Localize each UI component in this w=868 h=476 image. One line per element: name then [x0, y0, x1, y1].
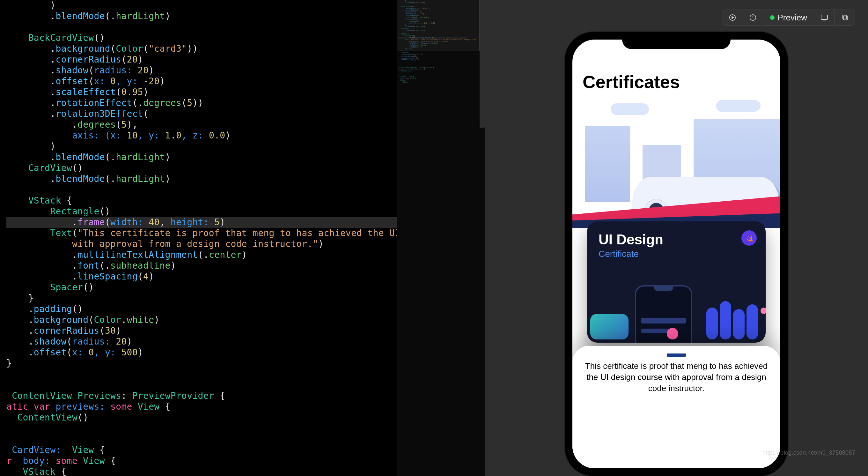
editor-pane: ) .blendMode(.hardLight) BackCardView() … — [0, 0, 485, 476]
minimap[interactable]: ) .blendMode(.hardLight) BackCardView() … — [397, 0, 479, 476]
method-frame: frame — [409, 37, 414, 39]
swift-icon — [741, 230, 757, 246]
type-CardView: CardView — [401, 28, 408, 30]
method-blendMode: blendMode — [56, 11, 104, 21]
watermark: https://blog.csdn.net/m0_37508087 — [763, 449, 855, 456]
preview-status[interactable]: Preview — [763, 10, 814, 25]
xcode-window: ) .blendMode(.hardLight) BackCardView() … — [0, 0, 868, 476]
method-frame: frame — [78, 217, 105, 228]
type-CardView: CardView — [28, 163, 72, 173]
code-editor[interactable]: ) .blendMode(.hardLight) BackCardView() … — [0, 0, 397, 476]
svg-rect-5 — [843, 16, 847, 20]
sheet-text: This certificate is proof that meng to h… — [581, 360, 771, 394]
play-button[interactable] — [722, 10, 743, 25]
preview-label: Preview — [778, 13, 807, 23]
svg-rect-3 — [821, 15, 828, 20]
phone-screen[interactable]: Certificates UI Design Certificate — [572, 39, 780, 468]
scrollbar-thumb[interactable] — [479, 0, 485, 128]
duplicate-button[interactable] — [835, 10, 855, 25]
card-title: UI Design — [598, 232, 754, 247]
device-button[interactable] — [814, 10, 835, 25]
card-decoration — [587, 285, 766, 343]
status-dot-icon — [770, 15, 775, 20]
sheet-grabber[interactable] — [667, 354, 686, 357]
certificate-card[interactable]: UI Design Certificate — [587, 221, 766, 343]
power-button[interactable] — [743, 10, 763, 25]
vertical-scrollbar[interactable] — [479, 0, 485, 476]
type-BackCardView: BackCardView — [28, 33, 94, 43]
screen-title: Certificates — [583, 71, 680, 92]
background-illustration — [572, 94, 780, 228]
preview-toolbar: Preview — [722, 9, 855, 26]
bottom-sheet[interactable]: This certificate is proof that meng to h… — [572, 346, 780, 468]
type-BackCardView: BackCardView — [401, 5, 412, 7]
type-VStack: VStack — [28, 195, 61, 206]
notch — [622, 32, 731, 49]
card-subtitle: Certificate — [598, 249, 754, 259]
iphone-frame: Certificates UI Design Certificate — [565, 32, 788, 476]
type-VStack: VStack — [401, 33, 407, 35]
method-blendMode: blendMode — [406, 2, 414, 4]
preview-pane: Preview Certificates — [485, 0, 868, 476]
svg-rect-6 — [842, 15, 846, 19]
